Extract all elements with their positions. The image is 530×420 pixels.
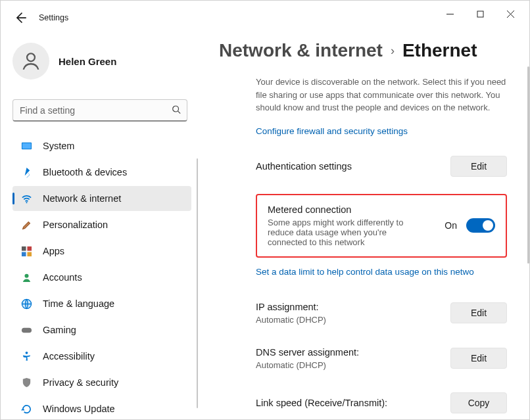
sidebar-item-network[interactable]: Network & internet [12,186,191,211]
metered-title: Metered connection [268,204,419,215]
back-button[interactable] [14,11,27,24]
sidebar-item-label: Windows Update [43,404,115,414]
shield-icon [20,377,32,388]
ip-assignment-title: IP assignment: [256,302,326,312]
svg-rect-16 [21,327,31,333]
close-button[interactable] [495,3,525,24]
ip-edit-button[interactable]: Edit [450,302,507,323]
sidebar-item-gaming[interactable]: Gaming [12,317,191,342]
sidebar-item-label: Accessibility [43,351,95,362]
metered-toggle[interactable] [466,218,495,233]
search-input[interactable] [12,99,187,122]
sidebar-item-time-language[interactable]: Time & language [12,291,191,316]
link-speed-title: Link speed (Receive/Transmit): [256,398,387,408]
sidebar-item-label: System [43,141,74,151]
svg-rect-1 [477,11,483,17]
dns-assignment-title: DNS server assignment: [256,347,359,358]
sidebar-item-system[interactable]: System [12,133,191,158]
sidebar-item-label: Bluetooth & devices [43,167,127,177]
svg-rect-10 [21,246,26,250]
user-name: Helen Green [59,56,116,67]
svg-rect-8 [22,143,30,149]
dns-edit-button[interactable]: Edit [450,348,507,369]
sidebar-item-bluetooth[interactable]: Bluetooth & devices [12,160,191,185]
sidebar-item-accounts[interactable]: Accounts [12,265,191,290]
discover-description: Your device is discoverable on the netwo… [256,76,507,114]
svg-point-17 [25,351,28,354]
link-speed-copy-button[interactable]: Copy [450,392,507,413]
search-icon [172,105,181,116]
data-limit-link[interactable]: Set a data limit to help control data us… [256,267,507,277]
svg-rect-11 [27,246,32,250]
auth-settings-title: Authentication settings [256,161,352,172]
breadcrumb-current: Ethernet [402,40,477,61]
update-icon [20,403,32,415]
breadcrumb-root[interactable]: Network & internet [219,40,383,61]
gamepad-icon [20,324,32,336]
svg-point-4 [27,53,35,61]
sidebar-item-apps[interactable]: Apps [12,239,191,264]
sidebar-item-label: Personalization [43,220,108,230]
svg-rect-13 [27,252,32,256]
brush-icon [20,219,32,231]
apps-icon [20,245,32,257]
window-title: Settings [39,13,68,22]
firewall-link[interactable]: Configure firewall and security settings [256,126,507,136]
metered-subtitle: Some apps might work differently to redu… [268,218,419,247]
sidebar-item-label: Apps [43,246,64,256]
avatar [12,43,49,80]
chevron-right-icon: › [391,44,395,58]
sidebar-item-label: Accounts [43,272,82,283]
sidebar-item-personalization[interactable]: Personalization [12,212,191,237]
svg-point-5 [173,106,179,112]
sidebar-item-label: Time & language [43,298,114,309]
svg-point-9 [26,202,27,203]
minimize-button[interactable] [435,3,465,24]
metered-toggle-label: On [445,220,457,231]
ip-assignment-value: Automatic (DHCP) [256,315,326,325]
sidebar-item-privacy[interactable]: Privacy & security [12,370,191,395]
account-icon [20,271,32,283]
sidebar-item-label: Gaming [43,325,76,335]
sidebar-item-accessibility[interactable]: Accessibility [12,344,191,369]
auth-edit-button[interactable]: Edit [450,156,507,177]
svg-point-14 [24,273,28,277]
sidebar-item-label: Privacy & security [43,377,118,388]
accessibility-icon [20,350,32,362]
metered-connection-box: Metered connection Some apps might work … [256,194,507,258]
system-icon [20,140,32,152]
dns-assignment-value: Automatic (DHCP) [256,360,359,370]
maximize-button[interactable] [465,3,495,24]
svg-line-6 [178,111,181,114]
wifi-icon [20,193,32,204]
content-scrollbar[interactable] [527,66,529,264]
sidebar-item-windows-update[interactable]: Windows Update [12,396,191,420]
sidebar-item-label: Network & internet [43,193,121,204]
bluetooth-icon [20,166,32,178]
svg-rect-12 [21,252,26,256]
breadcrumb: Network & internet › Ethernet [219,40,510,61]
user-block[interactable]: Helen Green [12,43,191,80]
globe-icon [20,298,32,310]
